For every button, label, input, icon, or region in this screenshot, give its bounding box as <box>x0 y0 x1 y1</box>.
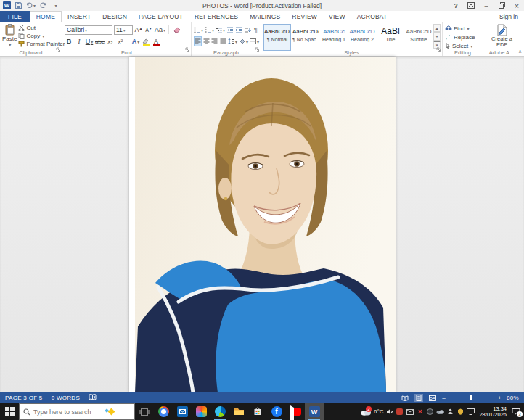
weather-widget[interactable]: 2 6°C <box>360 408 383 416</box>
taskbar-facebook[interactable]: f <box>267 403 286 420</box>
restore-button[interactable] <box>497 1 506 10</box>
display-tray-icon[interactable] <box>467 408 475 416</box>
style-normal[interactable]: AaBbCcDc ¶ Normal <box>263 24 291 51</box>
tab-references[interactable]: REFERENCES <box>189 11 244 22</box>
clear-formatting-button[interactable] <box>172 25 181 35</box>
web-layout-button[interactable] <box>428 394 437 402</box>
taskbar-word[interactable]: W <box>305 403 324 420</box>
help-button[interactable]: ? <box>451 1 460 10</box>
action-center-button[interactable]: 3 <box>511 408 521 416</box>
shrink-font-button[interactable]: A▼ <box>144 25 153 35</box>
font-dialog-launcher[interactable] <box>185 42 190 55</box>
tab-design[interactable]: DESIGN <box>97 11 133 22</box>
find-button[interactable]: Find <box>445 24 481 33</box>
taskbar-clock[interactable]: 13:34 28/01/2026 <box>479 406 507 418</box>
taskbar-youtube[interactable] <box>286 403 305 420</box>
search-highlights-icon[interactable] <box>108 408 115 416</box>
taskbar-file-explorer[interactable] <box>229 403 248 420</box>
save-icon[interactable] <box>14 1 23 10</box>
subscript-button[interactable]: x₂ <box>106 36 115 46</box>
print-layout-button[interactable] <box>414 394 423 402</box>
justify-button[interactable] <box>220 36 226 46</box>
zoom-slider[interactable] <box>451 398 493 398</box>
mail-tray-icon[interactable] <box>406 408 414 416</box>
superscript-button[interactable]: x² <box>116 36 125 46</box>
tab-home[interactable]: HOME <box>30 11 62 22</box>
multilevel-list-button[interactable] <box>216 25 225 35</box>
font-family-combo[interactable]: Calibri <box>65 25 112 35</box>
input-tray-icon[interactable] <box>446 408 454 416</box>
close-button[interactable]: × <box>512 1 521 10</box>
text-effects-button[interactable]: A <box>131 36 140 46</box>
tab-review[interactable]: REVIEW <box>286 11 323 22</box>
style-heading-2[interactable]: AaBbCcD Heading 2 <box>348 24 376 51</box>
ribbon-display-options-button[interactable] <box>467 1 475 10</box>
taskbar-search[interactable] <box>19 403 135 420</box>
strikethrough-button[interactable]: abc <box>95 36 105 46</box>
redo-icon[interactable] <box>38 1 48 10</box>
taskbar-store[interactable] <box>248 403 267 420</box>
replace-button[interactable]: Replace <box>445 33 481 41</box>
zoom-out-button[interactable]: – <box>442 395 446 401</box>
paragraph-dialog-launcher[interactable] <box>255 42 260 55</box>
security-tray-icon[interactable] <box>457 408 464 416</box>
portrait-photo[interactable] <box>129 57 396 392</box>
taskbar-edge[interactable] <box>210 403 229 420</box>
decrease-indent-button[interactable] <box>226 25 234 35</box>
styles-scroll-up[interactable]: ▲ <box>433 24 441 32</box>
taskbar-outlook[interactable] <box>173 403 192 420</box>
line-spacing-button[interactable] <box>228 36 237 46</box>
taskbar-chrome[interactable] <box>154 403 173 420</box>
create-pdf-button[interactable]: Create a PDF <box>486 24 518 49</box>
italic-button[interactable]: I <box>75 36 83 46</box>
tab-insert[interactable]: INSERT <box>62 11 97 22</box>
align-right-button[interactable] <box>211 36 218 46</box>
tab-page-layout[interactable]: PAGE LAYOUT <box>133 11 189 22</box>
antivirus-tray-icon[interactable] <box>396 408 404 416</box>
sign-in-link[interactable]: Sign in <box>499 11 524 22</box>
bullets-button[interactable] <box>194 25 203 35</box>
shading-button[interactable] <box>239 36 248 46</box>
sort-button[interactable] <box>244 25 251 35</box>
underline-button[interactable]: U <box>85 36 94 46</box>
show-marks-button[interactable]: ¶ <box>253 25 259 35</box>
proofing-icon[interactable] <box>89 394 97 402</box>
style-title[interactable]: AaBl Title <box>377 24 404 51</box>
zoom-level[interactable]: 80% <box>507 395 519 401</box>
search-input[interactable] <box>33 408 106 416</box>
minimize-button[interactable]: – <box>482 1 491 10</box>
font-color-button[interactable]: A <box>152 36 160 46</box>
word-app-icon[interactable]: W <box>3 1 11 9</box>
style-heading-1[interactable]: AaBbCc Heading 1 <box>320 24 348 51</box>
onedrive-tray-icon[interactable] <box>436 408 444 416</box>
align-left-button[interactable] <box>194 36 202 46</box>
zoom-slider-thumb[interactable] <box>470 395 472 400</box>
collapse-ribbon-icon[interactable]: ∧ <box>518 49 522 54</box>
copy-button[interactable]: Copy <box>18 32 65 40</box>
font-size-combo[interactable]: 11 <box>114 25 133 35</box>
start-button[interactable] <box>0 403 19 420</box>
tab-mailings[interactable]: MAILINGS <box>244 11 286 22</box>
cut-button[interactable]: Cut <box>18 24 65 32</box>
customize-qat-icon[interactable] <box>51 1 60 10</box>
sync-error-tray-icon[interactable]: ✕ <box>416 408 424 416</box>
grow-font-button[interactable]: A▲ <box>134 25 143 35</box>
style-no-spacing[interactable]: AaBbCcDc ¶ No Spac... <box>292 24 319 51</box>
paste-button[interactable]: Paste <box>2 24 17 49</box>
tab-file[interactable]: FILE <box>0 11 30 22</box>
taskbar-copilot[interactable] <box>192 403 210 420</box>
bold-button[interactable]: B <box>65 36 73 46</box>
numbering-button[interactable] <box>205 25 214 35</box>
style-subtitle[interactable]: AaBbCcD Subtitle <box>405 24 433 51</box>
adblock-tray-icon[interactable] <box>426 408 434 416</box>
styles-dialog-launcher[interactable] <box>436 42 441 55</box>
highlight-color-button[interactable] <box>142 36 150 46</box>
zoom-in-button[interactable]: + <box>498 395 502 401</box>
page-indicator[interactable]: PAGE 3 OF 5 <box>5 395 43 401</box>
align-center-button[interactable] <box>203 36 210 46</box>
task-view-button[interactable] <box>135 403 154 420</box>
tab-acrobat[interactable]: ACROBAT <box>351 11 393 22</box>
change-case-button[interactable]: Aa <box>155 25 165 35</box>
clipboard-dialog-launcher[interactable] <box>56 42 61 55</box>
styles-scroll-down[interactable]: ▼ <box>433 32 441 40</box>
